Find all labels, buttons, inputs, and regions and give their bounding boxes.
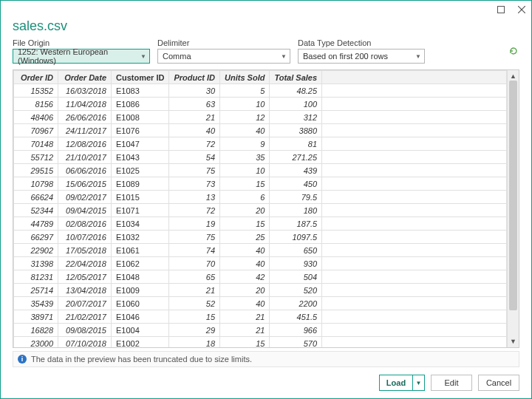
cell: E1089	[112, 177, 169, 191]
delimiter-dropdown[interactable]: Comma ▼	[157, 49, 290, 64]
load-dropdown-button[interactable]: ▼	[413, 375, 425, 391]
table-row[interactable]: 2571413/04/2018E10092120520	[14, 284, 507, 297]
preview-table: Order ID Order Date Customer ID Product …	[13, 70, 507, 347]
vertical-scrollbar[interactable]: ▲ ▼	[507, 70, 519, 347]
cell: 44789	[14, 217, 58, 231]
col-spacer	[322, 71, 507, 84]
cell: 29515	[14, 164, 58, 177]
cell: 40	[220, 124, 270, 137]
cell: 966	[270, 324, 322, 337]
cell: 15	[169, 310, 220, 324]
cell: E1060	[112, 297, 169, 310]
dialog-footer: Load ▼ Edit Cancel	[1, 367, 531, 398]
cell: E1002	[112, 337, 169, 348]
cell: 09/04/2015	[58, 204, 112, 217]
cell: 35439	[14, 297, 58, 310]
close-icon[interactable]	[516, 4, 527, 15]
cell: 35	[220, 151, 270, 164]
table-row[interactable]: 1682809/08/2015E10042921966	[14, 324, 507, 337]
dialog-window: sales.csv File Origin 1252: Western Euro…	[0, 0, 532, 399]
cell-spacer	[322, 204, 507, 217]
cell: 439	[270, 164, 322, 177]
cell: 271.25	[270, 151, 322, 164]
system-bar	[1, 1, 531, 18]
table-row[interactable]: 8123112/05/2017E10486542504	[14, 270, 507, 284]
cell: 72	[169, 137, 220, 151]
table-row[interactable]: 3897121/02/2017E10461521451.5	[14, 310, 507, 324]
file-origin-field: File Origin 1252: Western European (Wind…	[13, 38, 150, 64]
info-icon: i	[18, 355, 27, 364]
refresh-icon[interactable]	[508, 45, 519, 57]
cancel-button[interactable]: Cancel	[478, 375, 519, 391]
dialog-title: sales.csv	[1, 18, 531, 38]
cell: 930	[270, 257, 322, 270]
cell: 1097.5	[270, 231, 322, 244]
cell: 09/02/2017	[58, 191, 112, 204]
col-header[interactable]: Total Sales	[270, 71, 322, 84]
chevron-down-icon: ▼	[140, 53, 146, 60]
cell: 12/08/2016	[58, 137, 112, 151]
table-row[interactable]: 2300007/10/2018E10021815570	[14, 337, 507, 348]
table-row[interactable]: 1079815/06/2015E10897315450	[14, 177, 507, 191]
table-row[interactable]: 5571221/10/2017E10435435271.25	[14, 151, 507, 164]
preview-table-container: Order ID Order Date Customer ID Product …	[13, 69, 519, 348]
cell: E1015	[112, 191, 169, 204]
scroll-thumb[interactable]	[509, 81, 517, 310]
cell: 16828	[14, 324, 58, 337]
col-header[interactable]: Order Date	[58, 71, 112, 84]
cell-spacer	[322, 124, 507, 137]
col-header[interactable]: Units Sold	[220, 71, 270, 84]
cell: E1046	[112, 310, 169, 324]
scroll-down-icon[interactable]: ▼	[510, 338, 516, 345]
table-row[interactable]: 1535216/03/2018E108330548.25	[14, 84, 507, 98]
datatype-label: Data Type Detection	[298, 38, 425, 47]
cell: E1032	[112, 231, 169, 244]
table-row[interactable]: 3139822/04/2018E10627040930	[14, 257, 507, 270]
datatype-dropdown[interactable]: Based on first 200 rows ▼	[298, 49, 425, 64]
maximize-icon[interactable]	[496, 4, 506, 15]
cell: E1034	[112, 217, 169, 231]
cell: 650	[270, 244, 322, 257]
table-row[interactable]: 2951506/06/2016E10257510439	[14, 164, 507, 177]
table-row[interactable]: 3543920/07/2017E106052402200	[14, 297, 507, 310]
cell: E1062	[112, 257, 169, 270]
cell: 10	[220, 164, 270, 177]
cell: 52344	[14, 204, 58, 217]
cell: E1083	[112, 84, 169, 98]
cell-spacer	[322, 191, 507, 204]
cell: 15352	[14, 84, 58, 98]
cell-spacer	[322, 84, 507, 98]
table-row[interactable]: 6662409/02/2017E101513679.5	[14, 191, 507, 204]
table-row[interactable]: 4478902/08/2016E10341915187.5	[14, 217, 507, 231]
table-row[interactable]: 6629710/07/2016E103275251097.5	[14, 231, 507, 244]
scroll-up-icon[interactable]: ▲	[510, 72, 516, 80]
cell: 3880	[270, 124, 322, 137]
cell: 8156	[14, 98, 58, 111]
table-row[interactable]: 4840626/06/2016E10082112312	[14, 111, 507, 124]
col-header[interactable]: Customer ID	[112, 71, 169, 84]
cell: 29	[169, 324, 220, 337]
cell: 23000	[14, 337, 58, 348]
table-row[interactable]: 7096724/11/2017E107640403880	[14, 124, 507, 137]
chevron-down-icon: ▼	[281, 53, 287, 60]
table-row[interactable]: 2290217/05/2018E10617440650	[14, 244, 507, 257]
cell: 9	[220, 137, 270, 151]
cell: 570	[270, 337, 322, 348]
cell: 70148	[14, 137, 58, 151]
cell: 451.5	[270, 310, 322, 324]
cell: 72	[169, 204, 220, 217]
cell: 20	[220, 284, 270, 297]
table-row[interactable]: 5234409/04/2015E10717220180	[14, 204, 507, 217]
file-origin-dropdown[interactable]: 1252: Western European (Windows) ▼	[13, 49, 150, 64]
header-row: Order ID Order Date Customer ID Product …	[14, 71, 507, 84]
cell: 10/07/2016	[58, 231, 112, 244]
edit-button[interactable]: Edit	[431, 375, 472, 391]
col-header[interactable]: Order ID	[14, 71, 58, 84]
table-row[interactable]: 815611/04/2018E10866310100	[14, 98, 507, 111]
load-button[interactable]: Load	[379, 375, 413, 391]
load-split-button: Load ▼	[379, 375, 425, 391]
col-header[interactable]: Product ID	[169, 71, 220, 84]
cell-spacer	[322, 98, 507, 111]
table-row[interactable]: 7014812/08/2016E104772981	[14, 137, 507, 151]
cell: 5	[220, 84, 270, 98]
